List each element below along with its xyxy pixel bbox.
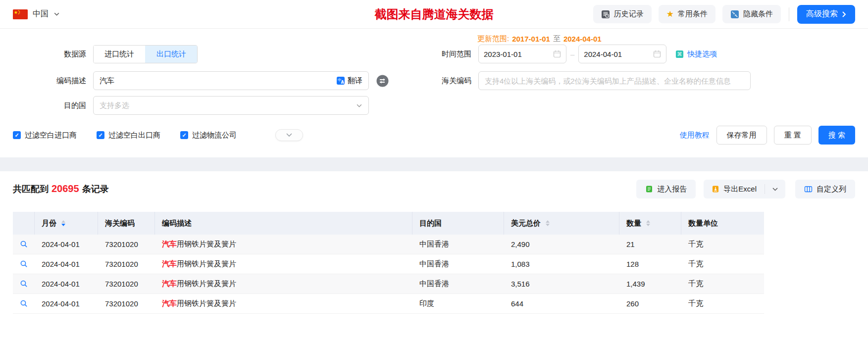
checkbox-checked-icon: ✓ bbox=[13, 131, 21, 139]
topbar-actions: 历史记录 ★ 常用条件 隐藏条件 高级搜索 bbox=[593, 5, 855, 24]
divider bbox=[789, 7, 789, 21]
checkbox-filter-blank-exporter[interactable]: ✓ 过滤空白出口商 bbox=[97, 131, 160, 140]
row-detail-button[interactable] bbox=[13, 280, 35, 288]
results-panel: 共匹配到 20695 条记录 进入报告 bbox=[0, 171, 868, 314]
favorites-button[interactable]: ★ 常用条件 bbox=[659, 5, 715, 23]
start-date-input[interactable]: 2023-01-01 bbox=[478, 45, 566, 63]
svg-text:⌘: ⌘ bbox=[677, 51, 682, 57]
magnifier-icon bbox=[20, 260, 28, 268]
cell-unit: 千克 bbox=[681, 240, 764, 249]
quick-options-link[interactable]: ⌘ 快捷选项 bbox=[675, 49, 717, 59]
destination-label: 目的国 bbox=[13, 101, 86, 110]
search-button[interactable]: 搜 索 bbox=[818, 126, 855, 145]
page-title: 截图来自腾道海关数据 bbox=[375, 6, 494, 22]
calendar-icon[interactable] bbox=[653, 50, 661, 58]
sort-control-quantity[interactable] bbox=[646, 220, 650, 226]
start-date-value: 2023-01-01 bbox=[484, 50, 553, 58]
export-excel-button[interactable]: 导出Excel bbox=[704, 180, 765, 198]
data-source-label: 数据源 bbox=[13, 49, 86, 59]
cell-unit: 千克 bbox=[681, 259, 764, 269]
chevron-down-icon bbox=[53, 11, 60, 17]
column-label: 数量单位 bbox=[688, 219, 718, 228]
highlighted-keyword: 汽车 bbox=[162, 279, 177, 288]
history-icon bbox=[601, 10, 610, 19]
customize-columns-button[interactable]: 自定义列 bbox=[795, 180, 855, 198]
destination-select[interactable]: 支持多选 bbox=[93, 96, 369, 115]
magnifier-icon bbox=[20, 299, 28, 308]
column-header-month: 月份 bbox=[35, 212, 98, 235]
cell-quantity: 21 bbox=[619, 240, 681, 248]
update-range-end: 2024-04-01 bbox=[563, 35, 602, 43]
update-range-label: 更新范围: bbox=[477, 34, 509, 44]
chevron-right-icon bbox=[842, 11, 846, 18]
cell-hs-code: 73201020 bbox=[98, 240, 155, 248]
cell-destination: 中国香港 bbox=[412, 279, 504, 289]
column-header-unit: 数量单位 bbox=[681, 212, 764, 235]
match-prefix: 共匹配到 bbox=[13, 183, 49, 195]
history-button[interactable]: 历史记录 bbox=[593, 5, 652, 23]
magnifier-icon bbox=[20, 240, 28, 248]
tutorial-link[interactable]: 使用教程 bbox=[680, 131, 710, 140]
advanced-search-label: 高级搜索 bbox=[806, 9, 838, 19]
export-options-dropdown[interactable] bbox=[765, 180, 785, 198]
results-header: 共匹配到 20695 条记录 进入报告 bbox=[13, 179, 855, 199]
row-data-source: 数据源 进口统计 出口统计 时间范围 2023-01-01 – 2024-04-… bbox=[13, 45, 855, 63]
tab-export-stats[interactable]: 出口统计 bbox=[145, 46, 197, 63]
command-icon: ⌘ bbox=[675, 50, 684, 58]
update-range-start: 2017-01-01 bbox=[512, 35, 550, 43]
match-suffix: 条记录 bbox=[82, 183, 109, 195]
cell-month: 2024-04-01 bbox=[35, 280, 98, 288]
star-icon: ★ bbox=[666, 10, 674, 18]
table-row[interactable]: 2024-04-01 73201020 汽车用钢铁片簧及簧片 中国香港 2,49… bbox=[13, 235, 764, 254]
cell-quantity: 260 bbox=[619, 299, 681, 308]
advanced-search-button[interactable]: 高级搜索 bbox=[797, 5, 855, 24]
sort-control-month[interactable] bbox=[61, 220, 65, 226]
table-row[interactable]: 2024-04-01 73201020 汽车用钢铁片簧及簧片 中国香港 3,51… bbox=[13, 274, 764, 294]
row-detail-button[interactable] bbox=[13, 240, 35, 248]
row-options: ✓ 过滤空白进口商 ✓ 过滤空白出口商 ✓ 过滤物流公司 使用教程 保存常用 重… bbox=[13, 126, 855, 145]
translate-button[interactable]: 中 A 翻译 bbox=[336, 76, 362, 86]
column-header-destination: 目的国 bbox=[412, 212, 504, 235]
calendar-icon[interactable] bbox=[553, 50, 561, 58]
tab-import-stats[interactable]: 进口统计 bbox=[94, 46, 145, 63]
quick-options-label: 快捷选项 bbox=[687, 49, 717, 59]
cell-month: 2024-04-01 bbox=[35, 299, 98, 308]
table-row[interactable]: 2024-04-01 73201020 汽车用钢铁片簧及簧片 中国香港 1,08… bbox=[13, 254, 764, 274]
checkbox-filter-blank-importer[interactable]: ✓ 过滤空白进口商 bbox=[13, 131, 77, 140]
column-label: 美元总价 bbox=[511, 219, 541, 228]
history-label: 历史记录 bbox=[614, 9, 644, 19]
row-detail-button[interactable] bbox=[13, 260, 35, 268]
highlighted-keyword: 汽车 bbox=[162, 299, 177, 307]
cell-month: 2024-04-01 bbox=[35, 260, 98, 268]
data-source-tabs: 进口统计 出口统计 bbox=[93, 45, 198, 63]
code-description-input[interactable] bbox=[100, 77, 336, 85]
search-filter-panel: 更新范围: 2017-01-01 至 2024-04-01 数据源 进口统计 出… bbox=[0, 29, 868, 157]
highlighted-keyword: 汽车 bbox=[162, 240, 177, 248]
checkbox-checked-icon: ✓ bbox=[97, 131, 104, 139]
svg-text:A: A bbox=[341, 80, 345, 85]
row-detail-button[interactable] bbox=[13, 299, 35, 308]
update-range: 更新范围: 2017-01-01 至 2024-04-01 bbox=[13, 33, 855, 45]
end-date-input[interactable]: 2024-04-01 bbox=[578, 45, 666, 63]
save-favorite-button[interactable]: 保存常用 bbox=[716, 126, 767, 145]
cell-description: 汽车用钢铁片簧及簧片 bbox=[155, 299, 412, 308]
table-row[interactable]: 2024-04-01 73201020 汽车用钢铁片簧及簧片 印度 644 26… bbox=[13, 294, 764, 314]
hs-code-input[interactable] bbox=[478, 71, 751, 90]
description-rest: 用钢铁片簧及簧片 bbox=[177, 299, 236, 307]
sort-control-usd[interactable] bbox=[546, 220, 550, 226]
reset-button[interactable]: 重 置 bbox=[774, 126, 812, 145]
expand-conditions-button[interactable] bbox=[275, 129, 303, 141]
synonym-toggle-button[interactable] bbox=[376, 74, 389, 88]
hide-conditions-button[interactable]: 隐藏条件 bbox=[722, 5, 781, 23]
export-icon bbox=[712, 185, 719, 193]
checkbox-filter-logistics[interactable]: ✓ 过滤物流公司 bbox=[180, 131, 237, 140]
section-divider bbox=[0, 157, 868, 171]
chevron-down-icon bbox=[772, 187, 778, 192]
country-selector[interactable]: 中国 bbox=[13, 9, 60, 19]
checkbox-label: 过滤物流公司 bbox=[192, 131, 237, 140]
columns-icon bbox=[804, 185, 813, 193]
magnifier-icon bbox=[20, 280, 28, 288]
hs-code-label: 海关编码 bbox=[436, 76, 471, 86]
results-toolbar: 进入报告 导出Excel bbox=[636, 180, 855, 198]
enter-report-button[interactable]: 进入报告 bbox=[636, 180, 696, 198]
